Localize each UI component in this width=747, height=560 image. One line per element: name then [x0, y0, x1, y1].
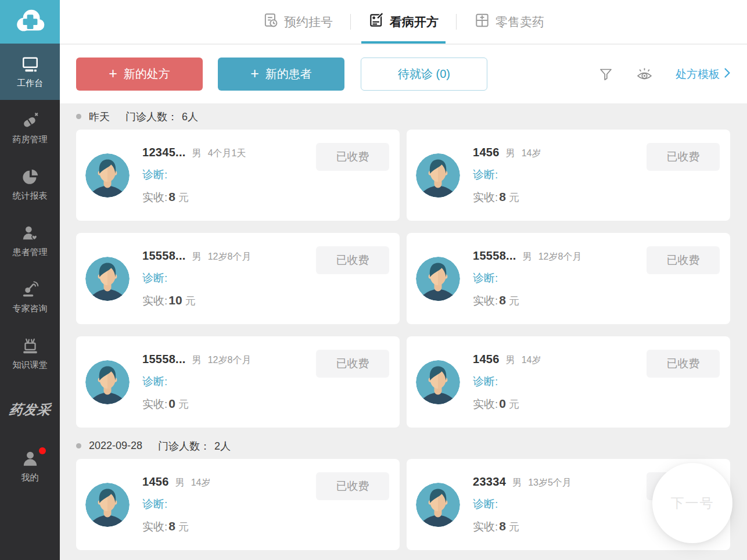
toolbar-right-group: 处方模板: [598, 66, 731, 82]
filter-funnel-icon[interactable]: [598, 67, 613, 82]
paid-amount: 10: [168, 293, 182, 307]
paid-label: 实收:: [473, 397, 498, 412]
tab-divider: [350, 14, 351, 30]
date-section-header: 2022-09-28 门诊人数： 2人: [76, 433, 730, 459]
microphone-icon: [21, 281, 39, 299]
patient-gender: 男: [512, 477, 522, 489]
tab-prescribe[interactable]: 看病开方: [368, 0, 439, 44]
appointment-doc-clock-icon: [263, 12, 279, 31]
patient-heart-icon: [21, 224, 39, 243]
paid-unit: 元: [509, 294, 519, 308]
paid-amount: 8: [499, 293, 506, 307]
patient-info: 15558... 男 12岁8个月 诊断: 实收: 0 元: [142, 353, 251, 412]
plus-icon: +: [250, 66, 259, 81]
card-grid: 1456 男 14岁 诊断: 实收: 8 元 已收费 23334 男: [76, 459, 730, 550]
paid-unit: 元: [185, 294, 196, 308]
charged-status-button[interactable]: 已收费: [316, 246, 389, 274]
patient-avatar: [85, 257, 130, 301]
classroom-icon: [21, 337, 39, 356]
sidebar-item-patients[interactable]: 患者管理: [0, 213, 60, 269]
template-link-label: 处方模板: [676, 67, 720, 82]
patient-info: 1456 男 14岁 诊断: 实收: 0 元: [473, 353, 541, 412]
patient-card[interactable]: 15558... 男 12岁8个月 诊断: 实收: 0 元 已收费: [76, 336, 400, 428]
sidebar-item-classroom[interactable]: 知识课堂: [0, 325, 60, 382]
paid-amount: 8: [499, 190, 506, 204]
patient-gender: 男: [192, 148, 202, 160]
paid-label: 实收:: [142, 293, 167, 308]
paid-amount: 8: [499, 519, 506, 533]
action-toolbar: + 新的处方 + 新的患者 待就诊 (0) 处方模板: [60, 45, 747, 103]
paid-amount: 0: [499, 397, 506, 411]
tab-appointment[interactable]: 预约挂号: [263, 0, 333, 44]
patient-gender: 男: [506, 148, 515, 160]
paid-unit: 元: [509, 520, 519, 534]
patient-card[interactable]: 12345... 男 4个月1天 诊断: 实收: 8 元 已收费: [76, 130, 400, 221]
waiting-label: 待就诊 (0): [398, 66, 450, 82]
patient-card[interactable]: 1456 男 14岁 诊断: 实收: 8 元 已收费: [76, 459, 400, 550]
charged-status-button[interactable]: 已收费: [316, 350, 389, 378]
charged-status-button[interactable]: 已收费: [647, 350, 720, 378]
sidebar-item-workbench[interactable]: 工作台: [0, 44, 60, 100]
patient-name: 23334: [473, 475, 506, 489]
prescription-template-link[interactable]: 处方模板: [676, 67, 731, 82]
diagnosis-label: 诊断:: [142, 167, 246, 182]
sidebar-brand: 药发采: [0, 382, 60, 438]
paid-label: 实收:: [473, 519, 498, 534]
date-section-header: 昨天 门诊人数： 6人: [76, 103, 730, 130]
charged-status-button[interactable]: 已收费: [647, 143, 720, 171]
patient-name: 15558...: [142, 353, 186, 366]
patient-info: 23334 男 13岁5个月 诊断: 实收: 8 元: [473, 475, 572, 534]
tab-label: 预约挂号: [284, 14, 333, 30]
plus-icon: +: [109, 66, 117, 81]
diagnosis-label: 诊断:: [142, 271, 251, 286]
sidebar-item-pharmacy[interactable]: 药房管理: [0, 100, 60, 156]
paid-label: 实收:: [142, 519, 167, 534]
tab-label: 看病开方: [390, 14, 439, 30]
diagnosis-label: 诊断:: [473, 374, 541, 389]
patient-info: 12345... 男 4个月1天 诊断: 实收: 8 元: [142, 146, 246, 205]
patient-gender: 男: [192, 251, 202, 263]
patient-card[interactable]: 15558... 男 12岁8个月 诊断: 实收: 10 元 已收费: [76, 233, 400, 324]
pie-chart-icon: [21, 168, 39, 186]
patient-card[interactable]: 15558... 男 12岁8个月 诊断: 实收: 8 元 已收费: [407, 233, 730, 324]
patient-gender: 男: [506, 354, 515, 367]
sidebar-item-label: 我的: [21, 472, 39, 483]
new-patient-label: 新的患者: [265, 66, 312, 82]
charged-status-button[interactable]: 已收费: [647, 246, 720, 274]
patient-age: 4个月1天: [208, 148, 246, 160]
patient-gender: 男: [175, 477, 185, 489]
patient-age: 14岁: [522, 354, 541, 367]
section-date: 2022-09-28: [89, 440, 142, 452]
charged-status-button[interactable]: 已收费: [316, 143, 389, 171]
patient-age: 14岁: [191, 477, 211, 489]
bullet-dot-icon: [76, 114, 81, 119]
paid-amount: 8: [168, 190, 175, 204]
visits-label: 门诊人数：: [125, 110, 178, 124]
sidebar-item-experts[interactable]: 专家咨询: [0, 269, 60, 325]
patient-info: 15558... 男 12岁8个月 诊断: 实收: 8 元: [473, 249, 581, 308]
new-patient-button[interactable]: + 新的患者: [218, 58, 344, 91]
notification-badge: [39, 447, 46, 454]
new-prescription-label: 新的处方: [124, 66, 170, 82]
brand-logo-text: 药发采: [8, 401, 52, 419]
patient-name: 1456: [473, 146, 500, 159]
patient-card[interactable]: 1456 男 14岁 诊断: 实收: 8 元 已收费: [407, 130, 730, 221]
patient-age: 13岁5个月: [528, 477, 572, 489]
paid-label: 实收:: [473, 293, 498, 308]
patient-card[interactable]: 1456 男 14岁 诊断: 实收: 0 元 已收费: [407, 336, 730, 428]
tab-retail[interactable]: 零售卖药: [474, 0, 544, 44]
card-grid: 12345... 男 4个月1天 诊断: 实收: 8 元 已收费 1456 男: [76, 130, 730, 428]
patient-age: 12岁8个月: [208, 354, 252, 367]
waiting-patients-button[interactable]: 待就诊 (0): [361, 58, 487, 91]
app-logo[interactable]: [0, 0, 60, 44]
sidebar-item-profile[interactable]: 我的: [0, 438, 60, 494]
sidebar-item-reports[interactable]: 统计报表: [0, 156, 60, 213]
next-number-button[interactable]: 下一号: [652, 463, 732, 543]
eye-icon[interactable]: [635, 66, 653, 82]
patient-info: 1456 男 14岁 诊断: 实收: 8 元: [473, 146, 541, 205]
patient-name: 15558...: [473, 249, 516, 263]
capsule-icon: [21, 112, 39, 130]
new-prescription-button[interactable]: + 新的处方: [76, 58, 203, 91]
charged-status-button[interactable]: 已收费: [316, 472, 389, 500]
chevron-right-icon: [724, 67, 731, 81]
